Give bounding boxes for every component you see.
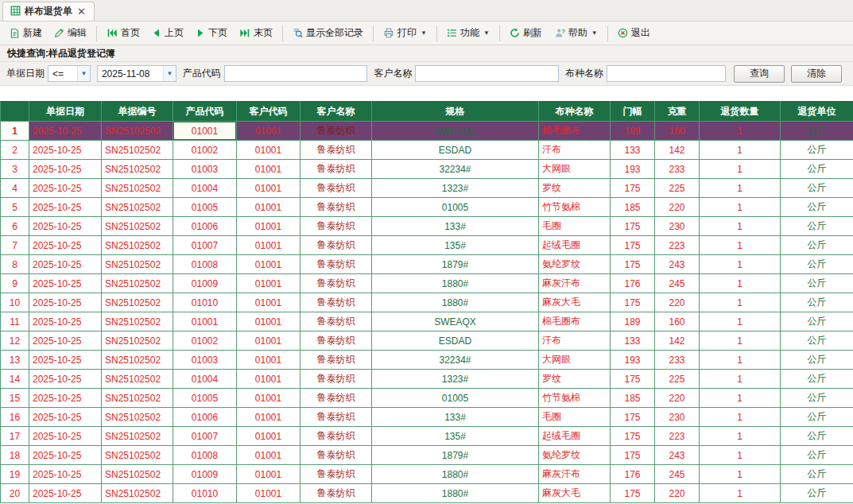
table-cell[interactable]: SN25102502 bbox=[102, 331, 173, 351]
column-header[interactable]: 产品代码 bbox=[173, 102, 237, 122]
help-button[interactable]: ? 帮助 ▼ bbox=[549, 23, 603, 43]
table-cell[interactable]: SN25102502 bbox=[102, 236, 173, 255]
table-cell[interactable]: 2025-10-25 bbox=[29, 389, 102, 408]
column-header[interactable]: 克重 bbox=[655, 102, 700, 122]
table-row[interactable]: 202025-10-25SN251025020101001001鲁泰纺织1880… bbox=[1, 484, 853, 503]
table-cell[interactable]: 01004 bbox=[173, 179, 237, 198]
table-cell[interactable]: 2025-10-25 bbox=[29, 331, 102, 351]
table-cell[interactable]: ESDAD bbox=[372, 141, 539, 160]
table-cell[interactable]: 01001 bbox=[237, 217, 300, 236]
table-cell[interactable]: 1 bbox=[700, 351, 781, 370]
table-cell[interactable]: 01001 bbox=[237, 141, 300, 160]
table-cell[interactable]: 2025-10-25 bbox=[29, 236, 102, 255]
table-cell[interactable]: 公斤 bbox=[781, 160, 853, 179]
table-cell[interactable]: 01009 bbox=[173, 465, 237, 484]
next-page-button[interactable]: 下页 bbox=[190, 23, 233, 43]
table-row[interactable]: 112025-10-25SN251025020100101001鲁泰纺织SWEA… bbox=[1, 312, 853, 331]
table-cell[interactable]: 公斤 bbox=[781, 351, 853, 370]
table-cell[interactable]: 160 bbox=[655, 312, 700, 331]
table-cell[interactable]: 1880# bbox=[372, 465, 539, 484]
table-cell[interactable]: SWEAQX bbox=[372, 312, 539, 331]
table-cell[interactable]: 2025-10-25 bbox=[29, 446, 102, 465]
row-number[interactable]: 12 bbox=[1, 331, 29, 351]
table-cell[interactable]: 公斤 bbox=[781, 331, 853, 351]
table-cell[interactable]: 133# bbox=[372, 408, 539, 427]
table-cell[interactable]: 麻灰大毛 bbox=[539, 293, 611, 312]
table-cell[interactable]: 2025-10-25 bbox=[29, 427, 102, 446]
table-cell[interactable]: 245 bbox=[655, 465, 700, 484]
table-cell[interactable]: 189 bbox=[611, 122, 655, 141]
table-cell[interactable]: 鲁泰纺织 bbox=[300, 160, 372, 179]
table-cell[interactable]: 01004 bbox=[173, 370, 237, 389]
column-header[interactable]: 退货单位 bbox=[781, 102, 853, 122]
table-cell[interactable]: 175 bbox=[611, 484, 655, 503]
row-number[interactable]: 8 bbox=[1, 255, 29, 274]
table-cell[interactable]: 01003 bbox=[173, 351, 237, 370]
table-cell[interactable]: 220 bbox=[655, 198, 700, 217]
table-cell[interactable]: 01009 bbox=[173, 274, 237, 293]
table-row[interactable]: 12025-10-25SN251025020100101001鲁泰纺织SWEAQ… bbox=[1, 122, 853, 141]
table-cell[interactable]: 01001 bbox=[237, 160, 300, 179]
table-cell[interactable]: 01001 bbox=[237, 484, 300, 503]
table-cell[interactable]: 01001 bbox=[237, 236, 300, 255]
table-cell[interactable]: 公斤 bbox=[781, 370, 853, 389]
row-number[interactable]: 2 bbox=[1, 141, 29, 160]
print-button[interactable]: 打印 ▼ bbox=[378, 23, 432, 43]
table-cell[interactable]: 135# bbox=[372, 427, 539, 446]
prev-page-button[interactable]: 上页 bbox=[146, 23, 189, 43]
table-cell[interactable]: 棉毛圈布 bbox=[539, 122, 611, 141]
first-page-button[interactable]: 首页 bbox=[101, 23, 145, 43]
table-cell[interactable]: 01001 bbox=[237, 255, 300, 274]
table-cell[interactable]: 起绒毛圈 bbox=[539, 427, 611, 446]
table-cell[interactable]: 220 bbox=[655, 389, 700, 408]
table-row[interactable]: 192025-10-25SN251025020100901001鲁泰纺织1880… bbox=[1, 465, 853, 484]
clear-button[interactable]: 清除 bbox=[791, 65, 842, 83]
table-cell[interactable]: 01001 bbox=[237, 389, 300, 408]
table-cell[interactable]: 1879# bbox=[372, 446, 539, 465]
table-cell[interactable]: SN25102502 bbox=[102, 408, 173, 427]
table-cell[interactable]: 公斤 bbox=[781, 122, 853, 141]
table-cell[interactable]: 鲁泰纺织 bbox=[300, 465, 372, 484]
table-cell[interactable]: 1 bbox=[700, 370, 781, 389]
table-cell[interactable]: 185 bbox=[611, 198, 655, 217]
column-header[interactable]: 单据日期 bbox=[29, 102, 102, 122]
table-cell[interactable]: 2025-10-25 bbox=[29, 122, 102, 141]
table-cell[interactable]: 243 bbox=[655, 446, 700, 465]
table-cell[interactable]: 1323# bbox=[372, 179, 539, 198]
table-row[interactable]: 132025-10-25SN251025020100301001鲁泰纺织3223… bbox=[1, 351, 853, 370]
row-number[interactable]: 17 bbox=[1, 427, 29, 446]
table-cell[interactable]: SN25102502 bbox=[102, 370, 173, 389]
table-cell[interactable]: 01001 bbox=[237, 427, 300, 446]
table-cell[interactable]: 223 bbox=[655, 236, 700, 255]
date-operator-select[interactable]: <= ▼ bbox=[48, 65, 91, 82]
table-cell[interactable]: SN25102502 bbox=[102, 312, 173, 331]
table-cell[interactable]: 公斤 bbox=[781, 236, 853, 255]
table-cell[interactable]: 01001 bbox=[237, 351, 300, 370]
table-cell[interactable]: 230 bbox=[655, 408, 700, 427]
table-cell[interactable]: 189 bbox=[611, 312, 655, 331]
table-cell[interactable]: 01002 bbox=[173, 141, 237, 160]
column-header[interactable]: 客户代码 bbox=[237, 102, 300, 122]
fabric-name-input[interactable] bbox=[607, 65, 726, 82]
table-cell[interactable]: 氨纶罗纹 bbox=[539, 255, 611, 274]
table-cell[interactable]: SWEAQX bbox=[372, 122, 539, 141]
table-cell[interactable]: SN25102502 bbox=[102, 274, 173, 293]
table-cell[interactable]: SN25102502 bbox=[102, 217, 173, 236]
tab-sample-return-order[interactable]: 样布退货单 ✕ bbox=[2, 2, 95, 21]
table-cell[interactable]: 243 bbox=[655, 255, 700, 274]
table-cell[interactable]: 01005 bbox=[372, 198, 539, 217]
table-cell[interactable]: 2025-10-25 bbox=[29, 217, 102, 236]
table-cell[interactable]: 公斤 bbox=[781, 446, 853, 465]
row-number[interactable]: 5 bbox=[1, 198, 29, 217]
table-cell[interactable]: 公斤 bbox=[781, 255, 853, 274]
refresh-button[interactable]: 刷新 bbox=[504, 23, 548, 43]
table-cell[interactable]: 公斤 bbox=[781, 312, 853, 331]
table-cell[interactable]: 1 bbox=[700, 274, 781, 293]
table-cell[interactable]: 鲁泰纺织 bbox=[300, 236, 372, 255]
column-header[interactable]: 退货数量 bbox=[700, 102, 781, 122]
row-number[interactable]: 4 bbox=[1, 179, 29, 198]
column-header[interactable]: 客户名称 bbox=[300, 102, 372, 122]
table-cell[interactable]: 2025-10-25 bbox=[29, 312, 102, 331]
table-cell[interactable]: 01007 bbox=[173, 427, 237, 446]
table-cell[interactable]: 01010 bbox=[173, 293, 237, 312]
